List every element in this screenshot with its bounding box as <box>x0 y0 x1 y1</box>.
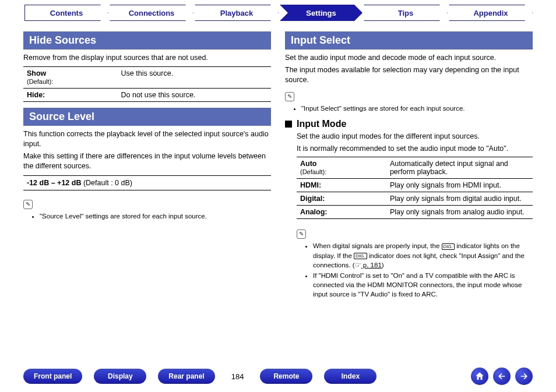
top-nav: Contents Connections Playback Settings T… <box>0 0 556 21</box>
list-item: "Source Level" settings are stored for e… <box>40 211 271 221</box>
row-key: Digital: <box>300 195 325 203</box>
tab-contents[interactable]: Contents <box>24 5 108 21</box>
heading-input-select: Input Select <box>285 31 533 50</box>
next-page-button[interactable] <box>515 368 533 385</box>
table-row: Digital: Play only signals from digital … <box>297 192 533 206</box>
table-row: Analog: Play only signals from analog au… <box>297 206 533 219</box>
tab-appendix[interactable]: Appendix <box>449 5 533 21</box>
arrow-left-icon <box>497 372 506 381</box>
list-item: "Input Select" settings are stored for e… <box>301 104 533 113</box>
page-number: 184 <box>227 372 249 381</box>
bottom-nav: Front panel Display Rear panel 184 Remot… <box>0 368 556 385</box>
list-item: When digital signals are properly input,… <box>313 241 533 269</box>
row-val: Use this source. <box>118 66 272 88</box>
table-row: Auto(Default): Automatically detect inpu… <box>297 157 533 179</box>
row-key: HDMI: <box>300 181 321 189</box>
table-row: HDMI: Play only signals from HDMI input. <box>297 179 533 192</box>
row-key: Hide: <box>27 91 45 99</box>
list-item: If "HDMI Control" is set to "On" and a T… <box>313 271 533 299</box>
input-select-desc2: The input modes available for selection … <box>285 65 533 85</box>
row-sub: (Default): <box>27 78 53 85</box>
row-key: Auto <box>300 160 316 168</box>
row-val: Play only signals from analog audio inpu… <box>386 206 533 219</box>
row-val: Do not use this source. <box>118 88 272 101</box>
pencil-icon: ✎ <box>23 200 33 209</box>
input-mode-title: Input Mode <box>297 119 346 129</box>
nav-index[interactable]: Index <box>324 369 376 384</box>
input-mode-desc2: It is normally recommended to set the au… <box>297 144 533 154</box>
heading-hide-sources: Hide Sources <box>23 31 271 50</box>
row-sub: (Default): <box>300 168 326 175</box>
row-val: Automatically detect input signal and pe… <box>386 157 533 179</box>
tab-tips[interactable]: Tips <box>364 5 448 21</box>
input-select-desc1: Set the audio input mode and decode mode… <box>285 53 533 63</box>
prev-page-button[interactable] <box>493 368 511 385</box>
table-row: Hide: Do not use this source. <box>23 88 271 101</box>
hide-sources-desc: Remove from the display input sources th… <box>23 53 271 63</box>
row-key: Show <box>27 69 46 77</box>
row-val: Play only signals from HDMI input. <box>386 179 533 192</box>
input-select-notes: "Input Select" settings are stored for e… <box>285 104 533 113</box>
note-text: ) <box>382 262 384 269</box>
nav-rear-panel[interactable]: Rear panel <box>158 369 214 384</box>
tab-playback[interactable]: Playback <box>195 5 279 21</box>
range-rest: (Default : 0 dB) <box>81 179 132 187</box>
subheading-input-mode: Input Mode <box>285 119 533 129</box>
heading-source-level: Source Level <box>23 108 271 126</box>
source-level-notes: "Source Level" settings are stored for e… <box>23 211 271 221</box>
arrow-right-icon <box>519 372 529 381</box>
tab-settings[interactable]: Settings <box>280 5 363 21</box>
input-mode-table: Auto(Default): Automatically detect inpu… <box>297 157 533 219</box>
page-body: Hide Sources Remove from the display inp… <box>0 21 556 300</box>
input-mode-desc1: Set the audio input modes for the differ… <box>297 132 533 142</box>
nav-display[interactable]: Display <box>94 369 146 384</box>
left-column: Hide Sources Remove from the display inp… <box>23 31 271 300</box>
tab-connections[interactable]: Connections <box>110 5 193 21</box>
dig-indicator-icon: DIG. <box>442 243 455 250</box>
source-level-desc2: Make this setting if there are differenc… <box>23 151 271 171</box>
pointer-icon: ☞ <box>355 262 361 269</box>
pencil-icon: ✎ <box>285 92 294 101</box>
row-key: Analog: <box>300 208 328 216</box>
dig-indicator-icon: DIG. <box>354 253 367 259</box>
home-icon <box>474 371 485 382</box>
hide-sources-table: Show(Default): Use this source. Hide: Do… <box>23 66 271 102</box>
right-column: Input Select Set the audio input mode an… <box>285 31 533 300</box>
nav-remote[interactable]: Remote <box>260 369 312 384</box>
note-text: When digital signals are properly input,… <box>313 242 442 249</box>
square-bullet-icon <box>285 121 292 128</box>
pencil-icon: ✎ <box>297 229 306 239</box>
input-mode-notes: When digital signals are properly input,… <box>297 241 533 299</box>
table-row: Show(Default): Use this source. <box>23 66 271 88</box>
page-link-181[interactable]: p. 181 <box>361 262 382 269</box>
source-level-range: -12 dB – +12 dB (Default : 0 dB) <box>23 175 271 190</box>
range-bold: -12 dB – +12 dB <box>27 179 81 187</box>
page-controls <box>471 368 533 385</box>
row-val: Play only signals from digital audio inp… <box>386 192 533 206</box>
nav-front-panel[interactable]: Front panel <box>23 369 82 384</box>
source-level-desc1: This function corrects the playback leve… <box>23 129 271 149</box>
home-button[interactable] <box>471 368 488 385</box>
